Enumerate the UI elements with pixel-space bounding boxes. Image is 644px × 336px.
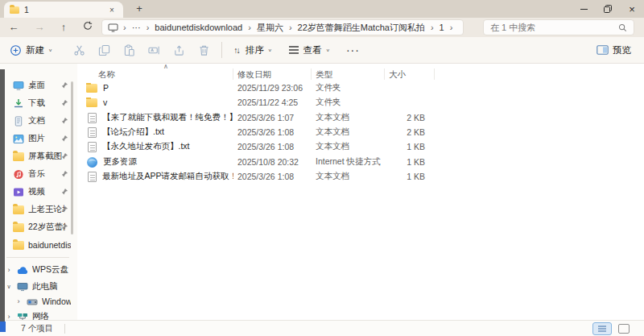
pin-icon <box>61 117 68 124</box>
sidebar-item-music[interactable]: 音乐 <box>3 166 71 182</box>
back-button[interactable]: ← <box>5 19 23 35</box>
breadcrumb-item[interactable]: 星期六 <box>256 22 284 34</box>
sidebar-item-this-pc[interactable]: ∨ 此电脑 <box>3 279 71 295</box>
file-type: 文本文档 <box>312 141 385 152</box>
file-type: 文件夹 <box>312 82 385 93</box>
breadcrumb-item[interactable]: 1 <box>439 23 445 32</box>
copy-button <box>98 44 110 56</box>
music-icon <box>13 169 24 180</box>
file-date: 2025/11/22 4:25 <box>233 97 312 107</box>
preview-toggle[interactable]: 预览 <box>597 44 631 56</box>
column-header-size[interactable]: 大小 <box>385 68 435 80</box>
sidebar-item-label: 文档 <box>28 115 45 127</box>
file-row[interactable]: 【来了就能下载和观看！纯免费！】.txt 2025/3/26 1:07 文本文档… <box>84 110 641 125</box>
folder-icon <box>10 6 19 14</box>
preview-pane-icon <box>597 45 609 55</box>
items-count: 7 个项目 <box>21 323 53 334</box>
text-file-icon <box>88 113 97 123</box>
file-row[interactable]: 【论坛介绍】.txt 2025/3/26 1:08 文本文档 2 KB <box>84 125 641 139</box>
tab-title: 1 <box>24 5 29 15</box>
sidebar-item-documents[interactable]: 文档 <box>3 113 71 129</box>
address-bar[interactable]: › ··· › baidunetdiskdownload › 星期六 › 22岁… <box>101 19 464 35</box>
file-row[interactable]: 最新地址及APP请发邮箱自动获取！！！.txt 2025/3/26 1:08 文… <box>84 169 641 184</box>
thumbnail-view-button[interactable] <box>618 324 630 334</box>
sidebar-item-label: 下载 <box>28 97 45 109</box>
chevron-down-icon: ∨ <box>268 48 272 52</box>
file-size: 1 KB <box>385 172 435 181</box>
pin-icon <box>61 170 68 177</box>
folder-icon <box>13 205 24 214</box>
chevron-down-icon[interactable]: ∨ <box>5 284 13 290</box>
new-button[interactable]: 新建 ∨ <box>10 44 52 56</box>
sidebar-item-wps-cloud[interactable]: › WPS云盘 <box>3 262 71 278</box>
file-type: Internet 快捷方式 <box>312 156 385 168</box>
sort-label: 排序 <box>246 44 264 56</box>
share-button <box>173 44 185 56</box>
column-header-name[interactable]: 名称 <box>84 68 233 80</box>
folder-icon <box>13 241 24 250</box>
sidebar-item-windows-ssd[interactable]: › Windows-SSD <box>3 293 71 309</box>
sidebar-item-folder[interactable]: 上老王论坛当 <box>3 201 71 218</box>
pin-icon <box>61 223 68 230</box>
sidebar-item-pictures[interactable]: 图片 <box>3 131 71 147</box>
search-box[interactable] <box>483 19 634 35</box>
refresh-icon <box>83 21 93 31</box>
documents-icon <box>13 116 24 127</box>
sidebar-item-desktop[interactable]: 桌面 <box>3 77 71 93</box>
chevron-down-icon: ∨ <box>48 48 52 52</box>
sidebar-item-folder[interactable]: baidunetdiskdo <box>3 237 71 253</box>
new-tab-button[interactable]: + <box>132 2 147 15</box>
file-date: 2025/11/29 23:06 <box>233 83 312 93</box>
file-row[interactable]: P 2025/11/29 23:06 文件夹 <box>84 81 641 95</box>
sidebar-item-videos[interactable]: 视频 <box>3 184 71 200</box>
file-row[interactable]: v 2025/11/22 4:25 文件夹 <box>84 95 641 110</box>
close-button[interactable]: × <box>620 0 644 18</box>
pin-icon <box>61 99 68 106</box>
file-row[interactable]: 更多资源 2025/10/8 20:32 Internet 快捷方式 1 KB <box>84 155 641 169</box>
text-file-icon <box>88 172 97 182</box>
delete-button <box>198 44 210 56</box>
breadcrumb-overflow-button[interactable]: ··· <box>131 23 142 32</box>
breadcrumb-item[interactable]: 22岁芭蕾舞蹈生Matcha订阅私拍 <box>297 22 426 34</box>
forward-button: → <box>31 19 48 35</box>
toolbar-divider <box>221 42 222 58</box>
share-icon <box>173 44 185 56</box>
column-header-date[interactable]: 修改日期 <box>233 68 312 80</box>
navigation-bar: ← → ↑ › ··· › baidunetdiskdownload › 星期六… <box>0 18 644 37</box>
refresh-button[interactable] <box>79 19 97 35</box>
minimize-icon <box>580 9 588 10</box>
chevron-right-icon[interactable]: › <box>14 297 23 305</box>
search-input[interactable] <box>490 23 618 32</box>
sidebar-item-downloads[interactable]: 下载 <box>3 95 71 111</box>
minimize-button[interactable] <box>572 0 596 18</box>
breadcrumb-chevron-icon: › <box>243 23 256 32</box>
sort-button[interactable]: ↑↓ 排序 ∨ <box>233 44 272 56</box>
see-more-button[interactable]: ··· <box>346 44 360 56</box>
sidebar-item-screenshots[interactable]: 屏幕截图 <box>3 148 71 164</box>
chevron-down-icon: ∨ <box>326 48 330 52</box>
pin-icon <box>61 135 68 142</box>
view-lines-icon <box>288 45 299 55</box>
sidebar-scrollbar[interactable] <box>71 81 73 234</box>
tab-close-icon[interactable]: × <box>106 6 118 15</box>
column-header-type[interactable]: 类型 <box>312 68 385 80</box>
file-date: 2025/3/26 1:07 <box>233 113 312 122</box>
breadcrumb-chevron-icon: › <box>118 23 131 32</box>
chevron-right-icon[interactable]: › <box>5 266 13 274</box>
tab-folder-1[interactable]: 1 × <box>4 2 123 18</box>
file-row[interactable]: 【永久地址发布页】.txt 2025/3/26 1:08 文本文档 1 KB <box>84 139 641 154</box>
file-size: 2 KB <box>385 127 435 137</box>
sidebar-item-folder[interactable]: 22岁芭蕾舞蹈 <box>3 219 71 235</box>
breadcrumb-chevron-icon: › <box>445 23 458 32</box>
pin-icon <box>61 205 68 213</box>
restore-button[interactable] <box>596 0 620 18</box>
cut-icon <box>73 44 85 56</box>
computer-icon <box>17 282 28 292</box>
file-list-area: ∧ 名称 修改日期 类型 大小 P 2025/11/29 23:06 文件夹 v… <box>77 64 644 320</box>
pin-icon <box>61 188 68 195</box>
details-view-button[interactable] <box>592 322 612 335</box>
file-type: 文本文档 <box>312 112 385 123</box>
breadcrumb-item[interactable]: baidunetdiskdownload <box>154 23 243 32</box>
view-button[interactable]: 查看 ∨ <box>288 44 330 56</box>
up-button[interactable]: ↑ <box>55 19 72 35</box>
